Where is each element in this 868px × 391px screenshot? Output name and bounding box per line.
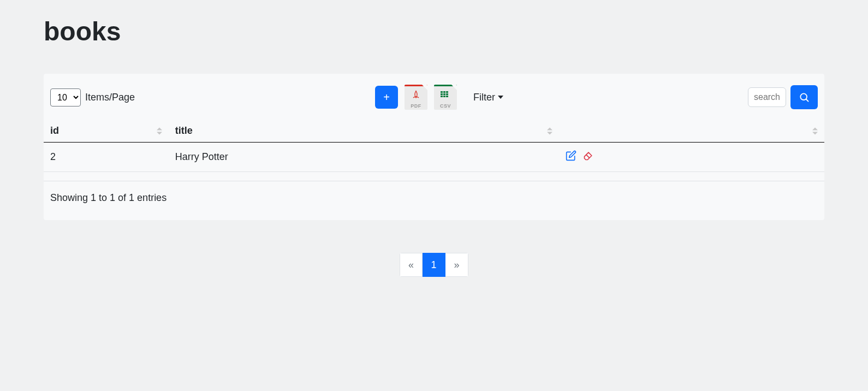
svg-rect-4 [443,93,445,95]
search-input[interactable] [748,87,786,107]
column-header-actions [559,120,824,143]
entries-info: Showing 1 to 1 of 1 entries [44,181,824,204]
col-title-label: title [175,125,193,136]
svg-line-11 [586,155,590,158]
table-row: 2 Harry Potter [44,143,824,172]
eraser-icon [583,150,594,161]
add-button[interactable]: + [375,86,398,109]
svg-rect-6 [441,96,443,97]
toolbar: 10 Items/Page + PDF [44,85,824,120]
spreadsheet-icon [440,90,451,100]
search-button[interactable] [790,85,818,109]
sort-icon [157,127,162,134]
cell-title: Harry Potter [169,143,559,172]
items-per-page-select[interactable]: 10 [50,88,81,106]
pagination-next[interactable]: » [445,253,468,277]
svg-rect-3 [441,93,443,95]
column-header-title[interactable]: title [169,120,559,143]
data-table: id title [44,120,824,181]
col-id-label: id [50,125,59,136]
toolbar-center: + PDF [375,85,508,110]
edit-button[interactable] [566,150,576,164]
page-title: books [44,16,824,46]
pagination-prev[interactable]: « [400,253,423,277]
csv-label: CSV [440,103,451,109]
svg-rect-2 [446,91,448,93]
sort-icon [812,127,818,134]
pdf-label: PDF [411,103,421,109]
svg-rect-8 [446,96,448,97]
search-icon [799,92,810,103]
page-corner [451,85,457,90]
pagination-page-1[interactable]: 1 [423,253,445,277]
svg-rect-5 [446,93,448,95]
svg-rect-0 [441,91,443,93]
cell-actions [559,143,824,172]
svg-rect-7 [443,96,445,97]
pdf-icon [411,89,421,101]
svg-line-10 [806,99,808,102]
toolbar-left: 10 Items/Page [50,88,135,106]
items-per-page-label: Items/Page [85,92,135,103]
page-corner [422,85,427,90]
pagination: « 1 » [44,253,824,277]
toolbar-right [748,85,818,109]
delete-button[interactable] [583,150,594,164]
export-csv-button[interactable]: CSV [434,85,457,110]
data-card: 10 Items/Page + PDF [44,74,824,220]
filter-dropdown[interactable]: Filter [469,88,508,106]
cell-id: 2 [44,143,169,172]
export-pdf-button[interactable]: PDF [405,85,427,110]
filter-label: Filter [473,92,495,103]
column-header-id[interactable]: id [44,120,169,143]
svg-rect-1 [443,91,445,93]
sort-icon [547,127,552,134]
edit-icon [566,150,576,161]
table-footer-row [44,172,824,181]
chevron-down-icon [498,96,503,99]
